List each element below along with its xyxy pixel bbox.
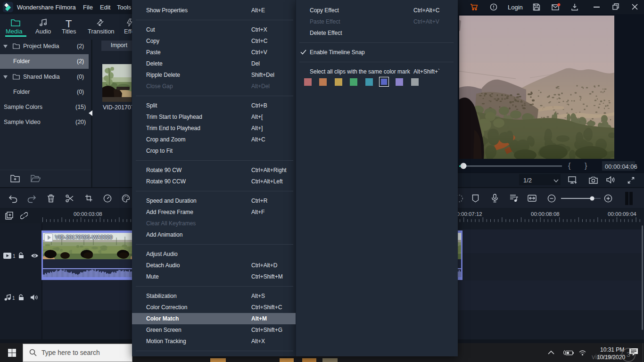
svg-text:1: 1 xyxy=(13,254,16,259)
svg-text:1: 1 xyxy=(12,296,15,301)
